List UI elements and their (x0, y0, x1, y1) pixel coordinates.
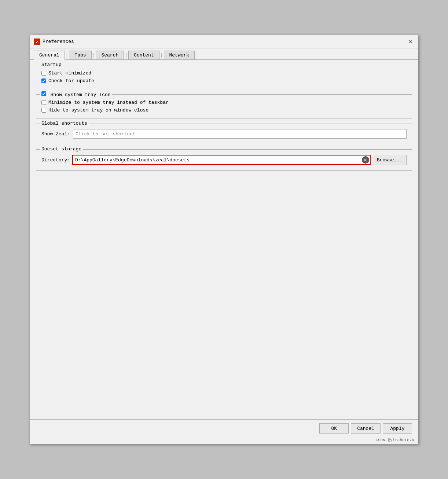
directory-label: Directory: (41, 157, 70, 163)
browse-button[interactable]: Browse... (373, 155, 407, 165)
directory-input[interactable] (72, 155, 371, 165)
start-minimized-row: Start minimized (41, 70, 407, 76)
check-update-checkbox[interactable] (41, 78, 46, 83)
tab-separator-3: | (125, 52, 128, 58)
window-title: Preferences (43, 39, 74, 44)
tab-search[interactable]: Search (96, 51, 124, 59)
check-update-row: Check for update (41, 78, 407, 84)
minimize-tray-checkbox[interactable] (41, 100, 46, 105)
shortcuts-group: Global shortcuts Show Zeal: (36, 124, 412, 144)
close-button[interactable]: ✕ (407, 38, 414, 45)
footer-watermark: CSDN @yitahuto79 (30, 437, 418, 444)
title-bar: Z Preferences ✕ (30, 35, 418, 48)
system-tray-content: Minimize to system tray instead of taskb… (41, 100, 407, 113)
show-tray-label: Show system tray icon (51, 92, 111, 98)
docset-legend: Docset storage (40, 146, 83, 152)
system-tray-group: Show system tray icon Minimize to system… (36, 94, 412, 118)
show-tray-checkbox[interactable] (41, 91, 46, 96)
button-bar: OK Cancel Apply (30, 419, 418, 437)
system-tray-legend: Show system tray icon (40, 91, 112, 98)
startup-group: Startup Start minimized Check for update (36, 65, 412, 89)
start-minimized-checkbox[interactable] (41, 71, 46, 76)
title-bar-left: Z Preferences (34, 39, 74, 45)
shortcuts-content: Show Zeal: (41, 129, 407, 139)
check-update-label: Check for update (48, 78, 94, 84)
preferences-window: Z Preferences ✕ General | Tabs | Search … (30, 35, 418, 444)
directory-input-wrapper: ✕ (72, 155, 371, 165)
show-zeal-row: Show Zeal: (41, 129, 407, 139)
tab-separator-1: | (66, 52, 69, 58)
tab-network[interactable]: Network (164, 51, 195, 59)
main-content: Startup Start minimized Check for update… (30, 60, 418, 419)
hide-tray-checkbox[interactable] (41, 108, 46, 113)
ok-button[interactable]: OK (319, 423, 349, 434)
footer-text: CSDN @yitahuto79 (375, 438, 414, 442)
clear-directory-button[interactable]: ✕ (362, 156, 369, 164)
hide-tray-row: Hide to system tray on window close (41, 107, 407, 113)
directory-row: Directory: ✕ Browse... (41, 155, 407, 165)
tab-tabs[interactable]: Tabs (69, 51, 91, 59)
tab-general[interactable]: General (34, 51, 65, 60)
startup-content: Start minimized Check for update (41, 70, 407, 84)
docset-content: Directory: ✕ Browse... (41, 155, 407, 165)
apply-button[interactable]: Apply (383, 423, 412, 434)
tab-separator-4: | (160, 52, 163, 58)
minimize-tray-label: Minimize to system tray instead of taskb… (48, 100, 169, 105)
show-zeal-label: Show Zeal: (41, 131, 70, 137)
tab-content[interactable]: Content (128, 51, 159, 59)
hide-tray-label: Hide to system tray on window close (48, 107, 148, 113)
app-icon: Z (34, 39, 40, 45)
tab-separator-2: | (92, 52, 95, 58)
cancel-button[interactable]: Cancel (351, 423, 381, 434)
tab-bar: General | Tabs | Search | Content | Netw… (30, 48, 418, 60)
shortcut-input[interactable] (73, 129, 407, 139)
startup-legend: Startup (40, 62, 63, 67)
shortcuts-legend: Global shortcuts (40, 121, 89, 126)
docset-group: Docset storage Directory: ✕ Browse... (36, 149, 412, 171)
start-minimized-label: Start minimized (48, 70, 91, 76)
minimize-tray-row: Minimize to system tray instead of taskb… (41, 100, 407, 105)
